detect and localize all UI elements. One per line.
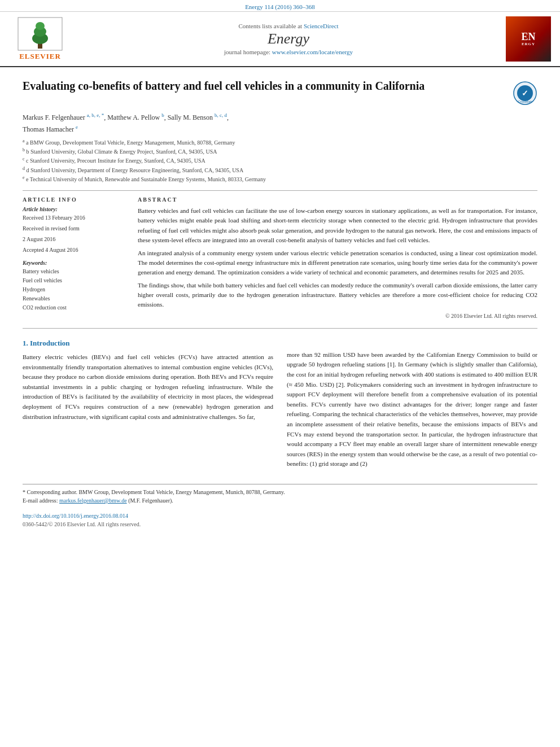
authors-line: Markus F. Felgenhauer a, b, e, *, Matthe… — [23, 111, 537, 136]
keyword-4: Renewables — [23, 294, 124, 303]
top-bar: Energy 114 (2016) 360–368 — [0, 0, 560, 12]
crossmark-icon: ✓ CrossMark — [513, 81, 537, 106]
divider-1 — [23, 190, 537, 191]
svg-text:✓: ✓ — [522, 89, 528, 98]
copyright-line: © 2016 Elsevier Ltd. All rights reserved… — [138, 313, 537, 319]
keyword-3: Hydrogen — [23, 285, 124, 294]
sciencedirect-line: Contents lists available at ScienceDirec… — [71, 23, 506, 29]
energy-logo-box: EN ERGY — [506, 16, 551, 62]
keywords-list: Battery vehicles Fuel cell vehicles Hydr… — [23, 267, 124, 312]
abstract-para-2: An integrated analysis of a community en… — [138, 248, 537, 277]
affiliation-d: d d Stanford University, Department of E… — [23, 165, 537, 174]
journal-homepage-link[interactable]: www.elsevier.com/locate/energy — [272, 49, 353, 55]
intro-left-col: 1. Introduction Battery electric vehicle… — [23, 338, 273, 473]
introduction-section: 1. Introduction Battery electric vehicle… — [23, 338, 537, 473]
footnote-email: E-mail address: markus.felgenhauer@bmw.d… — [23, 496, 537, 505]
keyword-1: Battery vehicles — [23, 267, 124, 276]
footnote-section: * Corresponding author. BMW Group, Devel… — [23, 484, 537, 527]
affiliation-b: b b Stanford University, Global Climate … — [23, 147, 537, 156]
svg-text:CrossMark: CrossMark — [518, 100, 532, 103]
keyword-5: CO2 reduction cost — [23, 303, 124, 312]
email-link[interactable]: markus.felgenhauer@bmw.de — [59, 497, 127, 504]
affiliation-a: a a BMW Group, Development Total Vehicle… — [23, 138, 537, 147]
journal-center: Contents lists available at ScienceDirec… — [71, 23, 506, 55]
abstract-para-3: The findings show, that while both batte… — [138, 281, 537, 309]
journal-header: ELSEVIER Contents lists available at Sci… — [0, 12, 560, 67]
abstract-heading: ABSTRACT — [138, 196, 537, 203]
elsevier-logo: ELSEVIER — [9, 17, 71, 61]
divider-2 — [23, 328, 537, 329]
svg-point-3 — [36, 22, 45, 30]
footer-links: http://dx.doi.org/10.1016/j.energy.2016.… — [23, 512, 537, 527]
keyword-2: Fuel cell vehicles — [23, 276, 124, 285]
sciencedirect-link[interactable]: ScienceDirect — [304, 23, 339, 29]
accepted-date: Accepted 4 August 2016 — [23, 246, 124, 254]
intro-two-col: 1. Introduction Battery electric vehicle… — [23, 338, 537, 473]
issn-text: 0360-5442/© 2016 Elsevier Ltd. All right… — [23, 521, 537, 527]
footnote-corresponding: * Corresponding author. BMW Group, Devel… — [23, 488, 537, 496]
intro-right-text: more than 92 million USD have been award… — [287, 350, 537, 469]
keywords-heading: Keywords: — [23, 260, 124, 266]
article-history-label: Article history: — [23, 206, 124, 212]
received-date: Received 13 February 2016 — [23, 213, 124, 222]
intro-heading: 1. Introduction — [23, 338, 273, 349]
affiliation-e: e e Technical University of Munich, Rene… — [23, 174, 537, 184]
article-info-heading: ARTICLE INFO — [23, 196, 124, 203]
elsevier-label: ELSEVIER — [19, 52, 61, 61]
article-info-col: ARTICLE INFO Article history: Received 1… — [23, 196, 124, 318]
journal-homepage-line: journal homepage: www.elsevier.com/locat… — [71, 49, 506, 55]
journal-reference: Energy 114 (2016) 360–368 — [245, 3, 315, 10]
revised-date: 2 August 2016 — [23, 235, 124, 243]
abstract-para-1: Battery vehicles and fuel cell vehicles … — [138, 206, 537, 244]
doi-link[interactable]: http://dx.doi.org/10.1016/j.energy.2016.… — [23, 513, 128, 519]
elsevier-tree-icon — [18, 17, 63, 51]
info-abstract-section: ARTICLE INFO Article history: Received 1… — [23, 196, 537, 318]
article-title-row: Evaluating co-benefits of battery and fu… — [23, 78, 537, 106]
abstract-col: ABSTRACT Battery vehicles and fuel cell … — [138, 196, 537, 318]
intro-right-col: more than 92 million USD have been award… — [287, 338, 537, 473]
article-title: Evaluating co-benefits of battery and fu… — [23, 78, 506, 93]
journal-name: Energy — [71, 30, 506, 47]
intro-left-text: Battery electric vehicles (BEVs) and fue… — [23, 352, 273, 422]
main-content: Evaluating co-benefits of battery and fu… — [0, 67, 560, 539]
affiliations: a a BMW Group, Development Total Vehicle… — [23, 138, 537, 184]
affiliation-c: c c Stanford University, Precourt Instit… — [23, 156, 537, 165]
revised-label: Received in revised form — [23, 224, 124, 233]
